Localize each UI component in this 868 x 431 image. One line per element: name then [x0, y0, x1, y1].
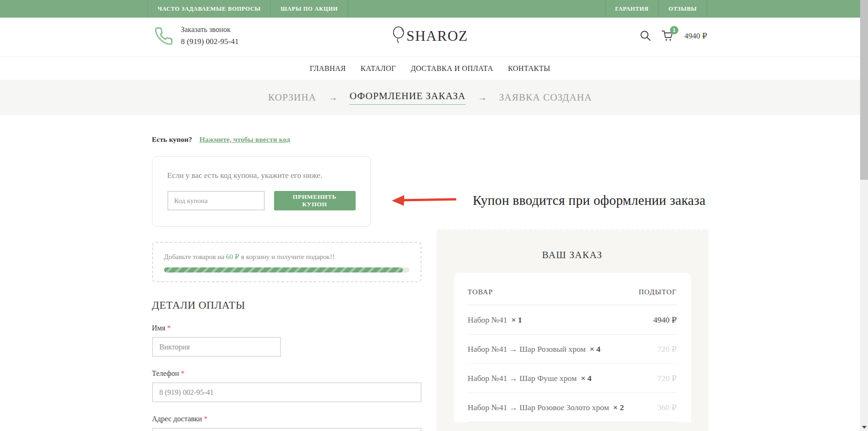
gift-text: Добавьте товаров на 60 ₽ в корзину и пол… — [164, 253, 409, 261]
coupon-controls: ПРИМЕНИТЬ КУПОН — [167, 191, 356, 210]
order-item-price: 360 ₽ — [657, 403, 677, 412]
nav-link[interactable]: КАТАЛОГ — [361, 64, 396, 73]
order-item-name: Набор №41 → Шар Фуше хром × 4 — [468, 372, 592, 385]
apply-coupon-button[interactable]: ПРИМЕНИТЬ КУПОН — [274, 191, 356, 210]
order-row: Набор №41 × 14940 ₽ — [468, 305, 677, 335]
checkout-page: ЧАСТО ЗАДАВАЕМЫЕ ВОПРОСЫШАРЫ ПО АКЦИИ ГА… — [0, 0, 860, 431]
order-item-qty: × 1 — [511, 315, 522, 324]
site-logo[interactable]: SHAROZ — [391, 26, 468, 47]
page-scrollbar[interactable] — [860, 0, 868, 431]
scrollbar-down-button[interactable] — [860, 423, 868, 431]
order-rows: Набор №41 × 14940 ₽Набор №41 → Шар Розов… — [468, 305, 677, 422]
coupon-form: Если у вас есть код купона, укажите его … — [152, 156, 371, 227]
breadcrumb-step[interactable]: ЗАЯВКА СОЗДАНА — [499, 92, 592, 103]
cart-count-badge: 1 — [670, 26, 678, 34]
order-row: Набор №41 → Шар Розовый хром × 4720 ₽ — [468, 335, 677, 364]
top-utility-bar: ЧАСТО ЗАДАВАЕМЫЕ ВОПРОСЫШАРЫ ПО АКЦИИ ГА… — [0, 0, 860, 18]
order-item-qty: × 4 — [581, 374, 592, 383]
field-label-text: Имя — [152, 324, 166, 332]
main-content: Есть купон? Нажмите, чтобы ввести код Ес… — [0, 115, 860, 431]
breadcrumb-arrow-icon: → — [478, 92, 487, 103]
breadcrumb: КОРЗИНА→ОФОРМЛЕНИЕ ЗАКАЗА→ЗАЯВКА СОЗДАНА — [0, 80, 860, 115]
field-label: Имя* — [152, 324, 421, 332]
order-item-price: 4940 ₽ — [653, 315, 677, 325]
billing-field: Адрес доставки* — [152, 415, 421, 431]
field-label: Адрес доставки* — [152, 415, 421, 423]
required-mark: * — [204, 415, 208, 423]
order-item-name: Набор №41 → Шар Розовый хром × 4 — [468, 342, 600, 355]
order-item-price: 720 ₽ — [657, 374, 677, 383]
coupon-code-input[interactable] — [167, 191, 265, 210]
column-product: ТОВАР — [468, 288, 493, 296]
header-actions: 1 4940 ₽ — [640, 30, 707, 42]
field-input-name[interactable] — [152, 337, 281, 357]
order-row: Набор №41 → Шар Фуше хром × 4720 ₽ — [468, 364, 677, 393]
scrollbar-thumb[interactable] — [860, 0, 868, 180]
order-summary-panel: ВАШ ЗАКАЗ ТОВАР ПОДЫТОГ Набор №41 × 1494… — [436, 230, 708, 431]
callback-texts: Заказать звонок 8 (919) 002-95-41 — [181, 24, 239, 48]
topbar-link[interactable]: ОТЗЫВЫ — [658, 0, 707, 18]
breadcrumb-step[interactable]: КОРЗИНА — [268, 92, 316, 103]
topbar-link[interactable]: ГАРАНТИЯ — [605, 0, 658, 18]
header-phone-number: 8 (919) 002-95-41 — [181, 36, 239, 48]
gift-amount: 60 ₽ — [226, 253, 239, 260]
order-item-name: Набор №41 → Шар Розовое Золото хром × 2 — [468, 401, 624, 414]
callback-label: Заказать звонок — [181, 24, 239, 36]
topbar-link[interactable]: ЧАСТО ЗАДАВАЕМЫЕ ВОПРОСЫ — [147, 0, 270, 18]
billing-field: Телефон* — [152, 369, 421, 402]
breadcrumb-arrow-icon: → — [328, 92, 338, 103]
order-item-qty: × 4 — [590, 344, 600, 354]
order-row: Набор №41 → Шар Розовое Золото хром × 23… — [468, 393, 677, 422]
required-mark: * — [181, 369, 185, 377]
column-subtotal: ПОДЫТОГ — [638, 288, 677, 296]
required-mark: * — [167, 324, 171, 332]
cart-button[interactable]: 1 — [661, 30, 674, 42]
coupon-hint: Если у вас есть код купона, укажите его … — [167, 171, 356, 180]
nav-link[interactable]: КОНТАКТЫ — [508, 64, 550, 73]
gift-text-prefix: Добавьте товаров на — [164, 253, 224, 260]
billing-column: Есть купон? Нажмите, чтобы ввести код Ес… — [152, 115, 421, 431]
callback-block[interactable]: Заказать звонок 8 (919) 002-95-41 — [154, 24, 239, 48]
billing-title: ДЕТАЛИ ОПЛАТЫ — [152, 299, 421, 311]
order-table-header: ТОВАР ПОДЫТОГ — [468, 285, 677, 305]
coupon-row: Есть купон? Нажмите, чтобы ввести код — [152, 135, 421, 144]
breadcrumb-step[interactable]: ОФОРМЛЕНИЕ ЗАКАЗА — [350, 90, 466, 105]
order-item-name: Набор №41 × 1 — [468, 313, 522, 326]
order-item-price: 720 ₽ — [657, 344, 677, 354]
red-arrow-left-icon — [391, 195, 457, 207]
gift-progress-fill — [164, 267, 403, 273]
annotation-text: Купон вводится при оформлении заказа — [473, 193, 706, 208]
field-input-address[interactable] — [152, 428, 421, 431]
gift-text-suffix: в корзину и получите подарок!! — [241, 253, 335, 260]
coupon-toggle-link[interactable]: Нажмите, чтобы ввести код — [199, 135, 290, 143]
field-label-text: Телефон — [152, 369, 179, 377]
field-label-text: Адрес доставки — [152, 415, 202, 423]
nav-link[interactable]: ГЛАВНАЯ — [310, 64, 346, 73]
gift-progress-track — [164, 267, 409, 273]
order-item-qty: × 2 — [613, 403, 624, 412]
site-header: Заказать звонок 8 (919) 002-95-41 SHAROZ — [0, 18, 860, 57]
topbar-link[interactable]: ШАРЫ ПО АКЦИИ — [270, 0, 348, 18]
gift-progress-box: Добавьте товаров на 60 ₽ в корзину и пол… — [152, 242, 421, 282]
order-title: ВАШ ЗАКАЗ — [436, 230, 708, 261]
cart-total: 4940 ₽ — [684, 31, 707, 41]
billing-field: Имя* — [152, 324, 421, 357]
order-column: Купон вводится при оформлении заказа ВАШ… — [436, 115, 708, 431]
field-label: Телефон* — [152, 369, 421, 378]
topbar-right: ГАРАНТИЯОТЗЫВЫ — [605, 0, 707, 18]
billing-fields: Имя*Телефон*Адрес доставки* — [152, 324, 421, 431]
logo-text: SHAROZ — [406, 26, 468, 46]
balloon-icon — [391, 26, 405, 47]
phone-icon — [154, 26, 173, 46]
coupon-annotation: Купон вводится при оформлении заказа — [391, 193, 706, 208]
order-card: ТОВАР ПОДЫТОГ Набор №41 × 14940 ₽Набор №… — [454, 273, 691, 422]
topbar-left: ЧАСТО ЗАДАВАЕМЫЕ ВОПРОСЫШАРЫ ПО АКЦИИ — [147, 0, 348, 18]
scroll-down-arrow-icon — [862, 426, 867, 429]
nav-link[interactable]: ДОСТАВКА И ОПЛАТА — [411, 64, 493, 73]
main-nav: ГЛАВНАЯКАТАЛОГДОСТАВКА И ОПЛАТАКОНТАКТЫ — [0, 57, 860, 80]
coupon-question: Есть купон? — [152, 135, 192, 143]
field-input-phone[interactable] — [152, 382, 421, 402]
search-icon[interactable] — [640, 30, 651, 41]
